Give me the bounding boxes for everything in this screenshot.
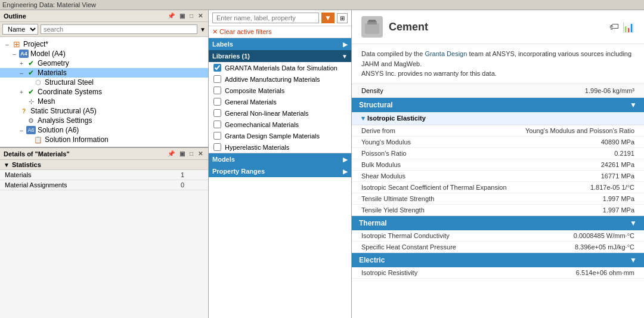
expand-icon[interactable]: – <box>18 70 24 76</box>
models-title: Models <box>212 156 235 163</box>
material-name: Cement <box>389 21 603 33</box>
library-checkbox-additive[interactable] <box>213 75 221 83</box>
tree-label-model: Model (A4) <box>30 50 66 58</box>
search-dropdown-icon[interactable]: ▼ <box>200 26 206 33</box>
settings-icon: ⚙ <box>26 116 36 125</box>
library-checkbox-sample[interactable] <box>213 132 221 140</box>
expand-icon <box>11 108 17 115</box>
maximize-icon[interactable]: □ <box>188 150 195 158</box>
models-section-header[interactable]: Models ▶ <box>209 153 351 165</box>
close-icon[interactable]: ✕ <box>196 150 205 158</box>
expand-icon[interactable]: – <box>18 127 24 134</box>
labels-section-header[interactable]: Labels ▶ <box>209 38 351 50</box>
library-item-composite[interactable]: Composite Materials <box>209 85 351 96</box>
tree-label-project: Project* <box>23 40 48 48</box>
material-search-input[interactable] <box>212 13 319 23</box>
tree-label-solution-info: Solution Information <box>45 135 109 144</box>
thermal-title: Thermal <box>359 219 387 227</box>
expand-icon[interactable]: – <box>4 41 10 48</box>
tree-item-geometry[interactable]: + ✔ Geometry <box>0 58 208 68</box>
filter-icon-button[interactable]: ⊞ <box>337 13 348 23</box>
tree-label-structural-steel: Structural Steel <box>45 78 94 87</box>
thermal-conductivity-value: 0.0008485 W/mm·°C <box>527 232 634 239</box>
isotropic-elasticity-header[interactable]: ▾ Isotropic Elasticity <box>352 112 644 125</box>
details-title-bar: Details of "Materials" 📌 ▣ □ ✕ <box>0 148 208 160</box>
maximize-icon[interactable]: □ <box>188 12 195 20</box>
pin-icon[interactable]: 📌 <box>166 150 177 158</box>
library-checkbox-hyperelastic[interactable] <box>213 143 221 151</box>
float-icon[interactable]: ▣ <box>178 150 187 158</box>
tree-label-geometry: Geometry <box>38 59 69 67</box>
youngs-modulus-label: Young's Modulus <box>361 138 527 146</box>
library-item-geomechanical[interactable]: Geomechanical Materials <box>209 119 351 130</box>
libraries-section-header[interactable]: Libraries (1) ▼ <box>209 50 351 62</box>
tree-label-materials: Materials <box>38 69 67 77</box>
library-checkbox-composite[interactable] <box>213 87 221 94</box>
pin-icon[interactable]: 📌 <box>166 12 177 20</box>
models-chevron-icon: ▶ <box>343 156 348 163</box>
library-item-general[interactable]: General Materials <box>209 96 351 107</box>
statistics-header: ▼ Statistics <box>0 160 208 170</box>
electric-section: Electric ▼ Isotropic Resistivity 6.514e+… <box>352 253 644 279</box>
library-checkbox-nonlinear[interactable] <box>213 109 221 117</box>
tree-item-solution-info[interactable]: 📋 Solution Information <box>0 135 208 144</box>
float-icon[interactable]: ▣ <box>178 12 187 20</box>
tree-item-model[interactable]: – A4 Model (A4) <box>0 49 208 58</box>
expand-icon[interactable]: + <box>18 89 24 95</box>
library-item-additive[interactable]: Additive Manufacturing Materials <box>209 73 351 85</box>
name-dropdown[interactable]: Name <box>2 24 38 35</box>
density-row: Density 1.99e-06 kg/mm³ <box>352 84 644 98</box>
tree-item-project[interactable]: – ⊞ Project* <box>0 39 208 49</box>
library-item-hyperelastic[interactable]: Hyperelastic Materials <box>209 141 351 153</box>
expand-icon <box>18 118 24 124</box>
top-bar-title: Engineering Data: Material View <box>2 1 96 8</box>
youngs-modulus-value: 40890 MPa <box>527 138 634 146</box>
search-input[interactable] <box>41 24 197 34</box>
stats-row-assignments: Material Assignments 0 <box>0 180 208 190</box>
tensile-yield-label: Tensile Yield Strength <box>361 206 527 214</box>
granta-design-link[interactable]: Granta Design <box>425 50 467 57</box>
electric-chevron-icon: ▼ <box>630 256 637 264</box>
library-item-granta[interactable]: GRANTA Materials Data for Simulation <box>209 62 351 73</box>
material-icon <box>361 16 383 38</box>
tree-label-analysis-settings: Analysis Settings <box>38 116 92 125</box>
outline-title-icons: 📌 ▣ □ ✕ <box>166 12 205 20</box>
tree-item-structural-steel[interactable]: ⬡ Structural Steel <box>0 78 208 87</box>
filter-button[interactable]: ▼ <box>321 13 335 23</box>
library-checkbox-geomechanical[interactable] <box>213 121 221 128</box>
outline-tree: – ⊞ Project* – A4 Model (A4) + ✔ Geometr… <box>0 37 208 147</box>
library-label-granta: GRANTA Materials Data for Simulation <box>225 64 338 72</box>
library-checkbox-granta[interactable] <box>213 64 221 72</box>
electric-section-header[interactable]: Electric ▼ <box>352 253 644 267</box>
library-item-nonlinear[interactable]: General Non-linear Materials <box>209 107 351 119</box>
statistics-label: Statistics <box>12 161 41 168</box>
collapse-icon[interactable]: ▼ <box>4 162 10 168</box>
bookmark-icon[interactable]: 🏷 <box>609 21 619 33</box>
clear-filters-button[interactable]: ✕ Clear active filters <box>209 26 351 38</box>
derive-from-value: Young's Modulus and Poisson's Ratio <box>525 127 634 134</box>
stats-value-assignments: 0 <box>176 180 208 190</box>
tree-item-materials[interactable]: – ✔ Materials <box>0 68 208 78</box>
expand-icon[interactable]: – <box>11 51 17 57</box>
structural-title: Structural <box>359 101 393 109</box>
library-label-hyperelastic: Hyperelastic Materials <box>225 144 289 151</box>
libraries-title: Libraries (1) <box>212 53 250 60</box>
tree-item-solution[interactable]: – A6 Solution (A6) <box>0 125 208 135</box>
structural-section-header[interactable]: Structural ▼ <box>352 98 644 112</box>
prop-row-thermal-expansion: Isotropic Secant Coefficient of Thermal … <box>352 182 644 193</box>
shear-modulus-value: 16771 MPa <box>527 172 634 180</box>
library-item-sample[interactable]: Granta Design Sample Materials <box>209 130 351 141</box>
table-icon[interactable]: 📊 <box>623 21 634 33</box>
expand-icon[interactable]: + <box>18 60 24 67</box>
specific-heat-label: Specific Heat Constant Pressure <box>361 243 527 251</box>
tree-item-analysis-settings[interactable]: ⚙ Analysis Settings <box>0 116 208 125</box>
thermal-expansion-label: Isotropic Secant Coefficient of Thermal … <box>361 184 527 191</box>
tree-item-coord-systems[interactable]: + ✔ Coordinate Systems <box>0 87 208 97</box>
tree-item-static-structural[interactable]: ? Static Structural (A5) <box>0 106 208 116</box>
close-icon[interactable]: ✕ <box>196 12 205 20</box>
tree-item-mesh[interactable]: ⊹ Mesh <box>0 97 208 106</box>
thermal-section-header[interactable]: Thermal ▼ <box>352 216 644 230</box>
library-checkbox-general[interactable] <box>213 98 221 106</box>
property-ranges-section-header[interactable]: Property Ranges ▶ <box>209 165 351 177</box>
left-panel: Outline 📌 ▣ □ ✕ Name ▼ – <box>0 10 209 318</box>
